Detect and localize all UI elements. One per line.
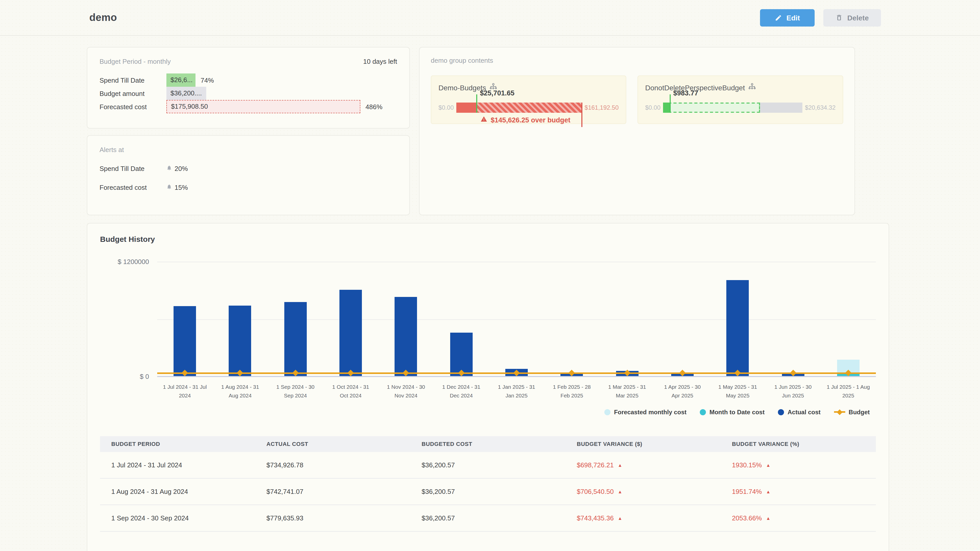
warning-icon: [480, 116, 488, 124]
page-title: demo: [89, 12, 117, 24]
cell-actual-cost: $742,741.07: [255, 487, 410, 495]
x-axis-label-text: 1 Apr 2025 - 30 Apr 2025: [660, 383, 705, 400]
delete-button[interactable]: Delete: [823, 9, 881, 26]
spend-till-date-bar: $26,6...: [166, 73, 196, 87]
variance-up-icon: ▲: [766, 516, 770, 521]
group-budget-body: $0.00$145,626.25 over budget$25,701.65$1…: [438, 103, 619, 113]
actual-cost-bar: [229, 306, 251, 377]
group-budget-name[interactable]: Demo-Budgets: [438, 83, 486, 92]
alert-threshold: 20%: [166, 165, 188, 172]
table-row: 1 Aug 2024 - 31 Aug 2024$742,741.07$36,2…: [100, 478, 876, 505]
x-axis-label: 1 Nov 2024 - 30 Nov 2024: [379, 383, 434, 400]
delete-button-label: Delete: [847, 14, 869, 22]
edit-button[interactable]: Edit: [760, 9, 815, 26]
over-budget-note: $145,626.25 over budget: [456, 116, 582, 124]
alert-row-label: Forecasted cost: [100, 184, 166, 191]
alert-row: Spend Till Date20%: [100, 165, 397, 172]
cell-budget-variance-pct: 1951.74%▲: [721, 487, 876, 495]
legend-label: Month to Date cost: [710, 408, 765, 416]
chart-column: [710, 262, 765, 376]
edit-button-label: Edit: [787, 14, 800, 22]
alerts-card-title: Alerts at: [100, 146, 397, 154]
budget-tick: [476, 94, 477, 113]
table-column-header: BUDGETED COST: [410, 441, 566, 447]
bell-icon: [166, 184, 172, 191]
x-axis-label: 1 Dec 2024 - 31 Dec 2024: [434, 383, 489, 400]
alerts-card: Alerts at Spend Till Date20%Forecasted c…: [87, 135, 410, 215]
group-budget-bar-row: $0.00$983.77$20,634.32: [645, 103, 835, 113]
group-budget-list: Demo-Budgets$0.00$145,626.25 over budget…: [431, 76, 843, 124]
actual-cost-bar: [284, 302, 307, 376]
group-budget-bar: $983.77: [663, 103, 802, 113]
budget-period-row: Spend Till Date$26,6...74%: [100, 73, 397, 87]
cell-budget-variance-usd: $706,540.50▲: [566, 487, 721, 495]
cell-actual-cost: $779,635.93: [255, 514, 410, 522]
x-axis-label: 1 May 2025 - 31 May 2025: [710, 383, 765, 400]
legend-item[interactable]: Month to Date cost: [700, 408, 765, 416]
cell-budgeted-cost: $36,200.57: [410, 487, 566, 495]
chart-column: [600, 262, 655, 376]
chart-columns: [157, 262, 876, 376]
budget-period-row: Forecasted cost$175,908.50486%: [100, 100, 397, 113]
spent-segment: [456, 103, 476, 113]
budget-history-title: Budget History: [100, 235, 876, 243]
bell-icon: [166, 165, 172, 172]
x-axis-label-text: 1 Jan 2025 - 31 Jan 2025: [494, 383, 539, 400]
trash-icon: [835, 14, 843, 21]
table-row: 1 Jul 2024 - 31 Jul 2024$734,926.78$36,2…: [100, 452, 876, 478]
x-axis-label: 1 Jan 2025 - 31 Jan 2025: [489, 383, 544, 400]
variance-up-icon: ▲: [618, 462, 622, 468]
cell-budgeted-cost: $36,200.57: [410, 461, 566, 468]
legend-swatch-circle: [700, 409, 706, 415]
forecast-segment: [663, 103, 760, 113]
y-axis: $ 1200000 $ 0: [100, 262, 157, 376]
legend-item[interactable]: Forecasted monthly cost: [605, 408, 687, 416]
x-axis-label-text: 1 Sep 2024 - 30 Sep 2024: [273, 383, 318, 400]
alert-rows: Spend Till Date20%Forecasted cost15%: [100, 165, 397, 191]
x-axis-label: 1 Oct 2024 - 31 Oct 2024: [323, 383, 379, 400]
budget-history-chart: $ 1200000 $ 0 1 Jul 2024 - 31 Jul 20241 …: [100, 262, 876, 416]
days-left-label: 10 days left: [363, 58, 397, 65]
chart-column: [157, 262, 213, 376]
x-axis-label-text: 1 May 2025 - 31 May 2025: [715, 383, 760, 400]
group-budget-item: DonotDeletePerspectiveBudget$0.00$983.77…: [638, 76, 843, 124]
chart-column: [379, 262, 434, 376]
bar-max-label: $161,192.50: [585, 104, 619, 111]
table-column-header: BUDGET PERIOD: [100, 441, 255, 447]
table-column-header: BUDGET VARIANCE ($): [566, 441, 721, 447]
x-axis-label-text: 1 Jul 2024 - 31 Jul 2024: [162, 383, 207, 400]
group-contents-card: demo group contents Demo-Budgets$0.00$14…: [419, 47, 855, 215]
group-budget-header: Demo-Budgets: [438, 83, 619, 92]
chart-column: [821, 262, 876, 376]
legend-swatch-circle: [778, 409, 784, 415]
budget-period-card: Budget Period - monthly 10 days left Spe…: [87, 47, 410, 129]
pencil-icon: [775, 14, 782, 21]
over-budget-forecast-segment: [476, 103, 582, 113]
x-axis-label-text: 1 Mar 2025 - 31 Mar 2025: [605, 383, 649, 400]
page-header: demo Edit Delete: [0, 0, 980, 36]
x-axis-label: 1 Jul 2025 - 1 Aug 2025: [821, 383, 876, 400]
chart-column: [323, 262, 379, 376]
chart-column: [434, 262, 489, 376]
x-axis-labels: 1 Jul 2024 - 31 Jul 20241 Aug 2024 - 31 …: [157, 383, 876, 400]
budget-period-row: Budget amount$36,200....: [100, 87, 397, 100]
table-column-header: ACTUAL COST: [255, 441, 410, 447]
x-axis-label: 1 Jul 2024 - 31 Jul 2024: [157, 383, 213, 400]
cell-actual-cost: $734,926.78: [255, 461, 410, 468]
legend-item[interactable]: Actual cost: [778, 408, 821, 416]
budget-tick-value: $983.77: [673, 89, 698, 97]
cell-budget-variance-usd: $743,435.36▲: [566, 514, 721, 522]
group-budget-bar: $145,626.25 over budget$25,701.65: [456, 103, 582, 113]
bar-min-label: $0.00: [645, 104, 660, 111]
x-axis-label: 1 Mar 2025 - 31 Mar 2025: [600, 383, 655, 400]
group-budget-bar-row: $0.00$145,626.25 over budget$25,701.65$1…: [438, 103, 619, 113]
variance-up-icon: ▲: [766, 489, 770, 494]
budget-history-table: BUDGET PERIODACTUAL COSTBUDGETED COSTBUD…: [100, 436, 876, 551]
y-axis-tick-max: $ 1200000: [118, 258, 149, 265]
cell-budget-period: 1 Sep 2024 - 30 Sep 2024: [100, 514, 255, 522]
chart-column: [544, 262, 600, 376]
legend-item[interactable]: Budget: [834, 408, 870, 416]
budget-tick-value: $25,701.65: [480, 89, 514, 97]
legend-swatch-line-diamond: [834, 411, 845, 413]
group-contents-title: demo group contents: [431, 57, 843, 64]
